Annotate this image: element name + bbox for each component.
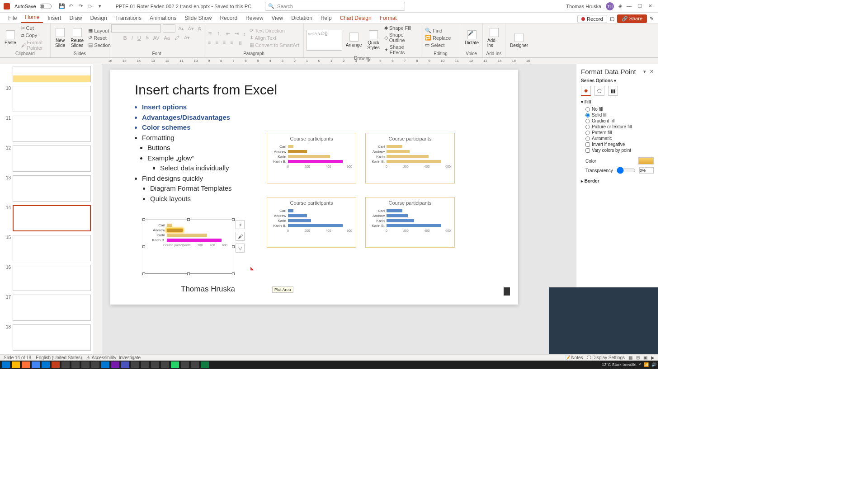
qat-more-icon[interactable]: ▾ bbox=[99, 3, 105, 9]
selected-chart[interactable]: CarlAndrewKarinKarin B.Course participan… bbox=[144, 220, 233, 274]
cut-button[interactable]: ✂ Cut bbox=[20, 25, 47, 32]
task-outlook-icon[interactable] bbox=[101, 361, 109, 368]
tab-transitions[interactable]: Transitions bbox=[112, 13, 145, 23]
border-section[interactable]: ▸ Border bbox=[581, 178, 654, 183]
task-chrome-icon[interactable] bbox=[32, 361, 40, 368]
invert-negative-check[interactable]: Invert if negative bbox=[581, 141, 654, 147]
shape-fill-button[interactable]: ◆ Shape Fill bbox=[383, 24, 418, 31]
user-name[interactable]: Thomas Hruska bbox=[566, 4, 601, 9]
fill-section[interactable]: ▾ Fill bbox=[581, 99, 654, 104]
mini-chart-2[interactable]: Course participantsCarlAndrewKarinKarin … bbox=[365, 133, 455, 183]
undo-icon[interactable]: ↶ bbox=[69, 3, 75, 9]
view-normal-icon[interactable]: ▦ bbox=[628, 355, 632, 360]
gradient-fill-radio[interactable]: Gradient fill bbox=[581, 118, 654, 124]
resize-handle-se[interactable] bbox=[232, 272, 235, 275]
task-onenote-icon[interactable] bbox=[111, 361, 119, 368]
tray-network-icon[interactable]: 📶 bbox=[644, 362, 649, 367]
notes-button[interactable]: 📝 Notes bbox=[565, 355, 583, 360]
slide-canvas-area[interactable]: Insert charts from Excel Insert options … bbox=[94, 64, 576, 354]
redo-icon[interactable]: ↷ bbox=[79, 3, 85, 9]
tab-insert[interactable]: Insert bbox=[44, 13, 65, 23]
spacing-button[interactable]: Aa bbox=[163, 34, 171, 41]
task-powerpoint-icon[interactable] bbox=[52, 361, 60, 368]
save-icon[interactable]: 💾 bbox=[59, 3, 65, 9]
quick-styles-button[interactable]: Quick Styles bbox=[366, 29, 382, 51]
autosave-toggle[interactable] bbox=[40, 4, 52, 9]
strike-button[interactable]: S̶ bbox=[145, 34, 150, 41]
underline-button[interactable]: U bbox=[137, 34, 142, 41]
highlight-button[interactable]: 🖍 bbox=[174, 34, 180, 41]
series-chart-icon[interactable]: ▮▮ bbox=[608, 86, 618, 96]
resize-handle-e[interactable] bbox=[232, 245, 235, 248]
transparency-slider[interactable] bbox=[617, 168, 636, 173]
thumb-14[interactable]: 14 bbox=[3, 205, 91, 231]
status-lang[interactable]: English (United States) bbox=[36, 355, 82, 360]
indent-dec-icon[interactable]: ⇤ bbox=[225, 30, 231, 38]
maximize-button[interactable]: ☐ bbox=[637, 3, 644, 9]
series-options-label[interactable]: Series Options bbox=[581, 78, 613, 83]
task-explorer-icon[interactable] bbox=[12, 361, 20, 368]
tab-design[interactable]: Design bbox=[86, 13, 110, 23]
reset-button[interactable]: ↺ Reset bbox=[87, 34, 112, 41]
dictate-button[interactable]: 🎤Dictate bbox=[463, 29, 481, 46]
mini-chart-3[interactable]: Course participantsCarlAndrewKarinKarin … bbox=[267, 197, 356, 248]
slide-thumbnails[interactable]: 101112131415161718 bbox=[0, 64, 94, 354]
text-direction-button[interactable]: ⟳ Text Direction bbox=[249, 27, 300, 34]
status-slide[interactable]: Slide 14 of 18 bbox=[4, 355, 31, 360]
mini-chart-4[interactable]: Course participantsCarlAndrewKarinKarin … bbox=[365, 197, 455, 248]
italic-button[interactable]: I bbox=[131, 34, 134, 41]
resize-handle-sw[interactable] bbox=[142, 272, 145, 275]
solid-fill-radio[interactable]: Solid fill bbox=[581, 112, 654, 118]
start-button[interactable] bbox=[2, 361, 10, 368]
task-firefox-icon[interactable] bbox=[22, 361, 30, 368]
task-app2-icon[interactable] bbox=[71, 361, 80, 368]
slide-canvas[interactable]: Insert charts from Excel Insert options … bbox=[110, 70, 518, 305]
line-spacing-icon[interactable]: ↕ bbox=[242, 30, 247, 38]
shrink-font-icon[interactable]: A▾ bbox=[187, 25, 195, 32]
coming-soon-icon[interactable]: ◈ bbox=[618, 3, 622, 9]
transparency-input[interactable] bbox=[639, 167, 654, 174]
resize-handle-s[interactable] bbox=[187, 272, 190, 275]
align-text-button[interactable]: ⬍ Align Text bbox=[249, 34, 300, 41]
tab-format[interactable]: Format bbox=[376, 13, 401, 23]
automatic-radio[interactable]: Automatic bbox=[581, 136, 654, 141]
task-app8-icon[interactable] bbox=[161, 361, 169, 368]
pattern-fill-radio[interactable]: Pattern fill bbox=[581, 130, 654, 136]
avatar[interactable]: TH bbox=[606, 2, 614, 10]
bullets-icon[interactable]: ≣ bbox=[207, 30, 213, 38]
tab-dictation[interactable]: Dictation bbox=[288, 13, 316, 23]
font-size-input[interactable] bbox=[163, 24, 175, 33]
convert-smartart-button[interactable]: ▦ Convert to SmartArt bbox=[249, 42, 300, 48]
shape-effects-button[interactable]: ✦ Shape Effects bbox=[383, 44, 418, 56]
thumb-17[interactable]: 17 bbox=[3, 295, 91, 321]
task-app9-icon[interactable] bbox=[181, 361, 189, 368]
tab-animations[interactable]: Animations bbox=[146, 13, 180, 23]
pane-dropdown-icon[interactable]: ▾ bbox=[643, 69, 646, 75]
tab-home[interactable]: Home bbox=[21, 12, 43, 23]
resize-handle-ne[interactable] bbox=[232, 218, 235, 221]
present-icon[interactable]: ▢ bbox=[610, 16, 614, 22]
thumb-9-partial[interactable] bbox=[3, 66, 91, 82]
tab-view[interactable]: View bbox=[268, 13, 287, 23]
align-center-icon[interactable]: ≡ bbox=[214, 39, 219, 46]
fill-line-icon[interactable]: ◆ bbox=[581, 86, 591, 96]
chart-styles-button[interactable]: 🖌 bbox=[236, 232, 245, 241]
section-button[interactable]: ▤ Section bbox=[87, 42, 112, 48]
tab-draw[interactable]: Draw bbox=[66, 13, 85, 23]
task-app6-icon[interactable] bbox=[141, 361, 149, 368]
chart-filters-button[interactable]: ▽ bbox=[236, 244, 245, 253]
thumb-11[interactable]: 11 bbox=[3, 116, 91, 142]
grow-font-icon[interactable]: A▴ bbox=[177, 25, 185, 32]
thumb-18[interactable]: 18 bbox=[3, 324, 91, 351]
task-app7-icon[interactable] bbox=[151, 361, 159, 368]
tab-record[interactable]: Record bbox=[216, 13, 241, 23]
thumb-13[interactable]: 13 bbox=[3, 175, 91, 202]
tab-file[interactable]: File bbox=[5, 13, 20, 23]
task-app1-icon[interactable] bbox=[61, 361, 70, 368]
picture-fill-radio[interactable]: Picture or texture fill bbox=[581, 124, 654, 130]
shapes-gallery[interactable]: ▭○△↘⬠{} bbox=[307, 30, 342, 51]
task-app3-icon[interactable] bbox=[81, 361, 90, 368]
task-excel-icon[interactable] bbox=[201, 361, 209, 368]
font-name-input[interactable] bbox=[111, 24, 161, 33]
tab-review[interactable]: Review bbox=[242, 13, 267, 23]
